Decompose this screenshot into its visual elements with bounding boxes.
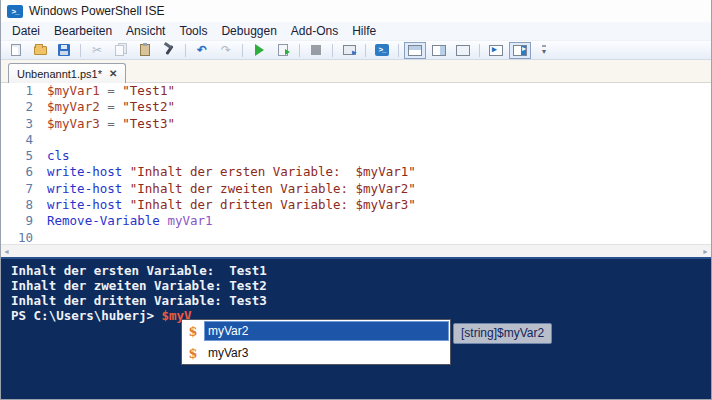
tab-row: Unbenannt1.ps1* ✕: [1, 60, 711, 83]
title-bar: >_ Windows PowerShell ISE: [1, 0, 711, 22]
pane-right-icon: [432, 45, 446, 56]
scroll-right-arrow-icon[interactable]: ►: [702, 248, 709, 255]
menu-item-add-ons[interactable]: Add-Ons: [284, 22, 345, 40]
tab-unbenannt1[interactable]: Unbenannt1.ps1* ✕: [8, 63, 126, 83]
script-pane-arrow-icon: [513, 45, 527, 56]
line-number: 8: [1, 197, 47, 213]
script-pane-top-button[interactable]: [404, 42, 426, 59]
code-text: Remove-Variable myVar1: [47, 213, 213, 229]
line-number: 3: [1, 116, 47, 132]
run-icon: [255, 44, 264, 56]
powershell-logo-icon: >_: [7, 5, 23, 18]
menu-item-ansicht[interactable]: Ansicht: [119, 22, 172, 40]
code-text: $myVar3 = "Test3": [47, 116, 175, 132]
line-number: 1: [1, 83, 47, 99]
run-selection-icon: [278, 44, 288, 56]
start-powershell-button[interactable]: >_: [371, 42, 393, 59]
copy-button[interactable]: [110, 42, 132, 59]
editor-horizontal-scrollbar[interactable]: ◄ ►: [1, 244, 711, 257]
editor-line: 5cls: [1, 148, 711, 164]
code-text: write-host "Inhalt der zweiten Variable:…: [47, 181, 416, 197]
editor-line: 3$myVar3 = "Test3": [1, 116, 711, 132]
line-number: 5: [1, 148, 47, 164]
powershell-ise-window: >_ Windows PowerShell ISE DateiBearbeite…: [0, 0, 712, 400]
stop-operation-button[interactable]: [305, 42, 327, 59]
line-number: 7: [1, 181, 47, 197]
editor-line: 2$myVar2 = "Test2": [1, 99, 711, 115]
run-selection-button[interactable]: [272, 42, 294, 59]
intellisense-item-label: myVar3: [204, 343, 449, 363]
toolbar-separator: [398, 44, 399, 57]
menu-item-tools[interactable]: Tools: [172, 22, 214, 40]
addon-arrow-icon: [489, 45, 503, 56]
cut-icon: ✂: [92, 44, 102, 56]
paste-button[interactable]: [134, 42, 156, 59]
editor-line: 4: [1, 132, 711, 148]
stop-icon: [311, 45, 321, 55]
remote-tab-icon: [343, 45, 356, 55]
editor-line: 10: [1, 230, 711, 244]
menu-item-bearbeiten[interactable]: Bearbeiten: [47, 22, 119, 40]
undo-button[interactable]: ↶: [191, 42, 213, 59]
open-script-button[interactable]: [29, 42, 51, 59]
intellisense-popup: $myVar2$myVar3: [181, 319, 451, 365]
save-script-button[interactable]: [53, 42, 75, 59]
intellisense-tooltip: [string]$myVar2: [453, 323, 552, 344]
clear-console-icon: [163, 44, 175, 56]
paste-icon: [140, 44, 150, 56]
line-number: 6: [1, 164, 47, 180]
console-prompt: PS C:\Users\huberj>: [11, 308, 162, 323]
intellisense-item-myvar2[interactable]: $myVar2: [182, 320, 450, 342]
undo-icon: ↶: [197, 44, 207, 56]
script-pane-right-button[interactable]: [428, 42, 450, 59]
new-remote-tab-button[interactable]: [338, 42, 360, 59]
menu-item-hilfe[interactable]: Hilfe: [345, 22, 383, 40]
run-script-button[interactable]: [248, 42, 270, 59]
redo-button[interactable]: ↷: [215, 42, 237, 59]
toolbar-separator: [479, 44, 480, 57]
line-number: 10: [1, 230, 47, 244]
open-folder-icon: [34, 46, 47, 55]
code-text: $myVar2 = "Test2": [47, 99, 175, 115]
tab-label: Unbenannt1.ps1*: [17, 68, 102, 80]
code-text: cls: [47, 148, 70, 164]
toolbar-separator: [299, 44, 300, 57]
powershell-icon: >_: [375, 44, 389, 56]
code-text: write-host "Inhalt der ersten Variable: …: [47, 164, 416, 180]
editor-line: 1$myVar1 = "Test1": [1, 83, 711, 99]
scroll-left-arrow-icon[interactable]: ◄: [3, 248, 10, 255]
toolbar-separator: [332, 44, 333, 57]
clear-console-button[interactable]: [158, 42, 180, 59]
tab-close-icon[interactable]: ✕: [109, 68, 117, 79]
toolbar-separator: [185, 44, 186, 57]
editor-line: 9Remove-Variable myVar1: [1, 213, 711, 229]
script-pane-max-button[interactable]: [452, 42, 474, 59]
toolbar-separator: [242, 44, 243, 57]
pane-max-icon: [456, 45, 470, 56]
menu-item-datei[interactable]: Datei: [5, 22, 47, 40]
new-file-icon: [11, 44, 21, 56]
overflow-chevron-icon: ▾: [542, 45, 546, 56]
redo-icon: ↷: [221, 44, 231, 56]
cut-button[interactable]: ✂: [86, 42, 108, 59]
code-text: write-host "Inhalt der dritten Variable:…: [47, 197, 416, 213]
save-icon: [58, 44, 70, 56]
toolbar-separator: [80, 44, 81, 57]
editor-line: 7write-host "Inhalt der zweiten Variable…: [1, 181, 711, 197]
intellisense-item-myvar3[interactable]: $myVar3: [182, 342, 450, 364]
line-number: 2: [1, 99, 47, 115]
copy-icon: [115, 45, 124, 56]
window-title: Windows PowerShell ISE: [29, 4, 164, 18]
show-command-addon-button[interactable]: [485, 42, 507, 59]
show-script-pane-button[interactable]: [509, 42, 531, 59]
console-output-line: Inhalt der zweiten Variable: Test2: [11, 278, 711, 293]
code-text: $myVar1 = "Test1": [47, 83, 175, 99]
new-script-button[interactable]: [5, 42, 27, 59]
line-number: 9: [1, 213, 47, 229]
menu-item-debuggen[interactable]: Debuggen: [214, 22, 283, 40]
editor-line: 6write-host "Inhalt der ersten Variable:…: [1, 164, 711, 180]
script-editor[interactable]: 1$myVar1 = "Test1"2$myVar2 = "Test2"3$my…: [1, 83, 711, 244]
toolbar-separator: [365, 44, 366, 57]
variable-dollar-icon: $: [182, 346, 204, 361]
toolbar-overflow-button[interactable]: ▾: [533, 42, 555, 59]
